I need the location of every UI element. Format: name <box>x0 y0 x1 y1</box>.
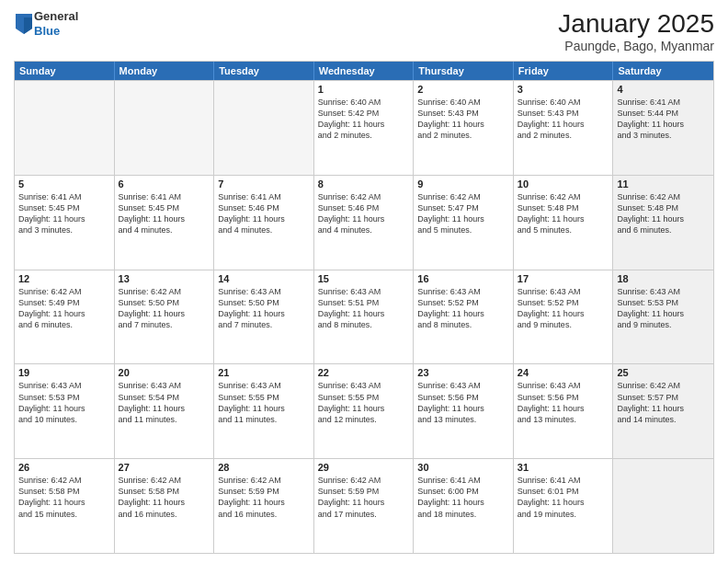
logo: General Blue <box>14 9 78 38</box>
cell-info: Sunrise: 6:41 AM Sunset: 5:45 PM Dayligh… <box>18 191 110 236</box>
logo-icon <box>16 14 32 34</box>
calendar-cell: 22Sunrise: 6:43 AM Sunset: 5:55 PM Dayli… <box>314 364 415 458</box>
calendar-row: 19Sunrise: 6:43 AM Sunset: 5:53 PM Dayli… <box>15 363 713 458</box>
cell-info: Sunrise: 6:42 AM Sunset: 5:58 PM Dayligh… <box>119 475 210 520</box>
calendar-cell <box>15 81 115 175</box>
cell-info: Sunrise: 6:43 AM Sunset: 5:56 PM Dayligh… <box>518 380 609 425</box>
day-number: 7 <box>218 178 310 190</box>
cell-info: Sunrise: 6:40 AM Sunset: 5:43 PM Dayligh… <box>417 97 509 142</box>
day-number: 16 <box>417 273 509 284</box>
weekday-header: Monday <box>115 62 215 80</box>
calendar-cell: 3Sunrise: 6:40 AM Sunset: 5:43 PM Daylig… <box>514 81 614 175</box>
day-number: 17 <box>518 273 609 284</box>
calendar-cell: 2Sunrise: 6:40 AM Sunset: 5:43 PM Daylig… <box>414 81 514 175</box>
day-number: 19 <box>18 367 110 378</box>
day-number: 3 <box>518 84 609 95</box>
calendar-cell: 13Sunrise: 6:42 AM Sunset: 5:50 PM Dayli… <box>115 270 215 364</box>
calendar-cell: 16Sunrise: 6:43 AM Sunset: 5:52 PM Dayli… <box>414 270 514 364</box>
cell-info: Sunrise: 6:41 AM Sunset: 6:01 PM Dayligh… <box>518 475 609 520</box>
calendar-cell: 21Sunrise: 6:43 AM Sunset: 5:55 PM Dayli… <box>214 364 314 458</box>
calendar-cell: 20Sunrise: 6:43 AM Sunset: 5:54 PM Dayli… <box>115 364 215 458</box>
cell-info: Sunrise: 6:42 AM Sunset: 5:59 PM Dayligh… <box>218 475 310 520</box>
day-number: 15 <box>318 273 410 284</box>
day-number: 22 <box>318 367 410 378</box>
cell-info: Sunrise: 6:42 AM Sunset: 5:58 PM Dayligh… <box>18 475 110 520</box>
calendar-cell <box>613 459 713 553</box>
calendar-header: SundayMondayTuesdayWednesdayThursdayFrid… <box>15 62 713 80</box>
day-number: 27 <box>119 462 210 473</box>
day-number: 21 <box>218 367 310 378</box>
day-number: 11 <box>617 178 710 190</box>
calendar-cell <box>214 81 314 175</box>
calendar-row: 26Sunrise: 6:42 AM Sunset: 5:58 PM Dayli… <box>15 458 713 553</box>
day-number: 9 <box>417 178 509 190</box>
calendar-cell: 6Sunrise: 6:41 AM Sunset: 5:45 PM Daylig… <box>115 176 215 270</box>
cell-info: Sunrise: 6:41 AM Sunset: 5:46 PM Dayligh… <box>218 191 310 236</box>
calendar-cell: 9Sunrise: 6:42 AM Sunset: 5:47 PM Daylig… <box>414 176 514 270</box>
calendar-cell: 31Sunrise: 6:41 AM Sunset: 6:01 PM Dayli… <box>514 459 614 553</box>
weekday-header: Friday <box>514 62 614 80</box>
page: General Blue January 2025 Paungde, Bago,… <box>0 0 728 563</box>
cell-info: Sunrise: 6:42 AM Sunset: 5:48 PM Dayligh… <box>518 191 609 236</box>
cell-info: Sunrise: 6:42 AM Sunset: 5:49 PM Dayligh… <box>18 286 110 331</box>
cell-info: Sunrise: 6:43 AM Sunset: 5:51 PM Dayligh… <box>318 286 410 331</box>
weekday-header: Wednesday <box>314 62 415 80</box>
cell-info: Sunrise: 6:42 AM Sunset: 5:46 PM Dayligh… <box>318 191 410 236</box>
day-number: 5 <box>18 178 110 190</box>
day-number: 2 <box>417 84 509 95</box>
cell-info: Sunrise: 6:42 AM Sunset: 5:48 PM Dayligh… <box>617 191 710 236</box>
day-number: 6 <box>119 178 210 190</box>
logo-text: General Blue <box>34 9 78 38</box>
cell-info: Sunrise: 6:41 AM Sunset: 6:00 PM Dayligh… <box>417 475 509 520</box>
calendar-cell: 24Sunrise: 6:43 AM Sunset: 5:56 PM Dayli… <box>514 364 614 458</box>
day-number: 29 <box>318 462 410 473</box>
cell-info: Sunrise: 6:43 AM Sunset: 5:50 PM Dayligh… <box>218 286 310 331</box>
calendar-row: 1Sunrise: 6:40 AM Sunset: 5:42 PM Daylig… <box>15 80 713 175</box>
calendar-cell: 19Sunrise: 6:43 AM Sunset: 5:53 PM Dayli… <box>15 364 115 458</box>
title-block: January 2025 Paungde, Bago, Myanmar <box>558 9 714 53</box>
calendar-cell: 28Sunrise: 6:42 AM Sunset: 5:59 PM Dayli… <box>214 459 314 553</box>
calendar-cell: 30Sunrise: 6:41 AM Sunset: 6:00 PM Dayli… <box>414 459 514 553</box>
calendar-cell: 23Sunrise: 6:43 AM Sunset: 5:56 PM Dayli… <box>414 364 514 458</box>
page-title: January 2025 <box>558 9 714 39</box>
day-number: 20 <box>119 367 210 378</box>
calendar-cell: 26Sunrise: 6:42 AM Sunset: 5:58 PM Dayli… <box>15 459 115 553</box>
calendar-cell: 11Sunrise: 6:42 AM Sunset: 5:48 PM Dayli… <box>613 176 713 270</box>
calendar-cell: 7Sunrise: 6:41 AM Sunset: 5:46 PM Daylig… <box>214 176 314 270</box>
calendar-cell: 4Sunrise: 6:41 AM Sunset: 5:44 PM Daylig… <box>613 81 713 175</box>
weekday-header: Sunday <box>15 62 115 80</box>
cell-info: Sunrise: 6:43 AM Sunset: 5:55 PM Dayligh… <box>218 380 310 425</box>
weekday-header: Tuesday <box>214 62 314 80</box>
day-number: 24 <box>518 367 609 378</box>
calendar-cell: 12Sunrise: 6:42 AM Sunset: 5:49 PM Dayli… <box>15 270 115 364</box>
day-number: 13 <box>119 273 210 284</box>
cell-info: Sunrise: 6:43 AM Sunset: 5:54 PM Dayligh… <box>119 380 210 425</box>
calendar-row: 12Sunrise: 6:42 AM Sunset: 5:49 PM Dayli… <box>15 270 713 364</box>
calendar-body: 1Sunrise: 6:40 AM Sunset: 5:42 PM Daylig… <box>15 80 713 553</box>
logo-blue: Blue <box>34 24 78 39</box>
day-number: 4 <box>617 84 710 95</box>
calendar-cell: 1Sunrise: 6:40 AM Sunset: 5:42 PM Daylig… <box>314 81 415 175</box>
cell-info: Sunrise: 6:41 AM Sunset: 5:45 PM Dayligh… <box>119 191 210 236</box>
calendar-cell: 15Sunrise: 6:43 AM Sunset: 5:51 PM Dayli… <box>314 270 415 364</box>
cell-info: Sunrise: 6:43 AM Sunset: 5:55 PM Dayligh… <box>318 380 410 425</box>
page-subtitle: Paungde, Bago, Myanmar <box>558 39 714 53</box>
calendar-cell: 10Sunrise: 6:42 AM Sunset: 5:48 PM Dayli… <box>514 176 614 270</box>
cell-info: Sunrise: 6:41 AM Sunset: 5:44 PM Dayligh… <box>617 97 710 142</box>
cell-info: Sunrise: 6:43 AM Sunset: 5:56 PM Dayligh… <box>417 380 509 425</box>
calendar-cell: 18Sunrise: 6:43 AM Sunset: 5:53 PM Dayli… <box>613 270 713 364</box>
cell-info: Sunrise: 6:42 AM Sunset: 5:57 PM Dayligh… <box>617 380 710 425</box>
cell-info: Sunrise: 6:40 AM Sunset: 5:42 PM Dayligh… <box>318 97 410 142</box>
logo-general: General <box>34 9 78 24</box>
day-number: 23 <box>417 367 509 378</box>
day-number: 8 <box>318 178 410 190</box>
calendar-cell: 17Sunrise: 6:43 AM Sunset: 5:52 PM Dayli… <box>514 270 614 364</box>
day-number: 12 <box>18 273 110 284</box>
weekday-header: Thursday <box>414 62 514 80</box>
day-number: 30 <box>417 462 509 473</box>
calendar: SundayMondayTuesdayWednesdayThursdayFrid… <box>14 61 714 554</box>
calendar-cell: 5Sunrise: 6:41 AM Sunset: 5:45 PM Daylig… <box>15 176 115 270</box>
cell-info: Sunrise: 6:40 AM Sunset: 5:43 PM Dayligh… <box>518 97 609 142</box>
calendar-cell <box>115 81 215 175</box>
cell-info: Sunrise: 6:43 AM Sunset: 5:52 PM Dayligh… <box>417 286 509 331</box>
